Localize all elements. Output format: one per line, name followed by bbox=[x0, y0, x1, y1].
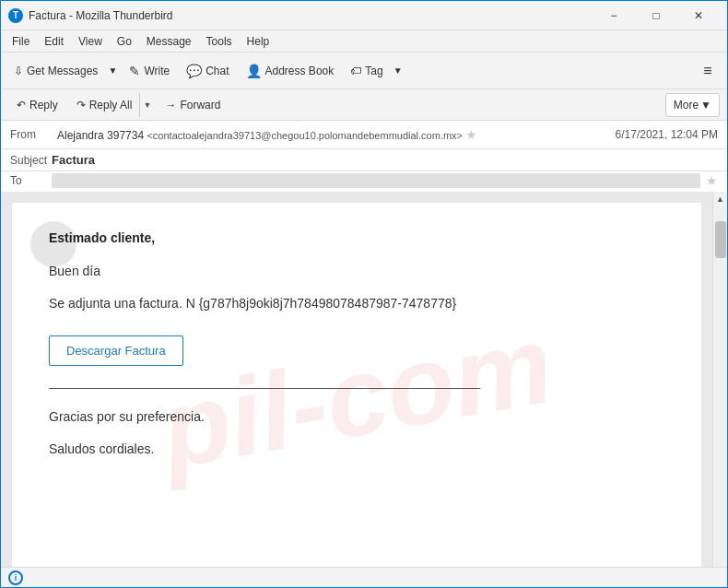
maximize-button[interactable]: □ bbox=[635, 1, 677, 30]
get-messages-arrow[interactable]: ▼ bbox=[105, 57, 120, 85]
subject-label: Subject bbox=[10, 154, 52, 167]
menu-view[interactable]: View bbox=[71, 33, 110, 50]
chat-icon: 💬 bbox=[186, 64, 202, 78]
email-line1: Buen día bbox=[49, 262, 664, 281]
email-card: pil-com Estimado cliente, Buen día Se ad… bbox=[12, 203, 701, 567]
write-button[interactable]: ✎ Write bbox=[122, 57, 177, 85]
email-divider bbox=[49, 388, 480, 389]
to-star-icon[interactable]: ★ bbox=[706, 173, 718, 188]
closing-line1: Gracias por su preferencia. bbox=[49, 407, 664, 427]
email-date: 6/17/2021, 12:04 PM bbox=[616, 128, 718, 141]
email-line2: Se adjunta una factura. N {g787h8j9oki8j… bbox=[49, 294, 664, 313]
forward-button[interactable]: → Forward bbox=[157, 93, 229, 117]
email-action-bar: ↶ Reply ↷ Reply All ▼ → Forward More ▼ bbox=[1, 89, 727, 121]
to-value bbox=[52, 173, 700, 188]
get-messages-button[interactable]: ⇩ Get Messages bbox=[6, 57, 105, 85]
title-bar: T Factura - Mozilla Thunderbird − □ ✕ bbox=[1, 1, 727, 30]
tag-label: Tag bbox=[365, 65, 382, 77]
sender-star-icon[interactable]: ★ bbox=[465, 127, 477, 142]
from-value: Alejandra 397734 <contactoalejandra39713… bbox=[57, 127, 610, 142]
app-icon: T bbox=[8, 8, 23, 23]
address-book-button[interactable]: 👤 Address Book bbox=[239, 57, 342, 85]
email-body-scroll[interactable]: pil-com Estimado cliente, Buen día Se ad… bbox=[1, 192, 712, 567]
tag-arrow[interactable]: ▼ bbox=[391, 57, 405, 85]
status-bar: i bbox=[1, 567, 727, 587]
main-toolbar: ⇩ Get Messages ▼ ✎ Write 💬 Chat 👤 Addres… bbox=[1, 53, 727, 89]
get-messages-split: ⇩ Get Messages ▼ bbox=[6, 57, 120, 85]
window-title: Factura - Mozilla Thunderbird bbox=[29, 9, 593, 22]
reply-all-label: Reply All bbox=[89, 99, 133, 112]
chat-button[interactable]: 💬 Chat bbox=[179, 57, 236, 85]
from-row: From Alejandra 397734 <contactoalejandra… bbox=[10, 124, 718, 145]
chat-label: Chat bbox=[205, 65, 229, 77]
address-book-label: Address Book bbox=[265, 65, 335, 77]
forward-icon: → bbox=[165, 99, 176, 112]
menu-edit[interactable]: Edit bbox=[37, 33, 71, 50]
close-button[interactable]: ✕ bbox=[677, 1, 720, 30]
get-messages-icon: ⇩ bbox=[14, 65, 23, 77]
tag-button[interactable]: 🏷 Tag bbox=[343, 57, 390, 85]
scroll-up-arrow[interactable]: ▲ bbox=[713, 192, 728, 206]
reply-icon: ↶ bbox=[17, 99, 26, 112]
tag-split: 🏷 Tag ▼ bbox=[343, 57, 405, 85]
menu-help[interactable]: Help bbox=[240, 33, 277, 50]
reply-all-icon: ↷ bbox=[76, 99, 86, 112]
sender-name: Alejandra 397734 bbox=[57, 129, 144, 142]
reply-all-split: ↷ Reply All ▼ bbox=[68, 92, 156, 118]
email-from-header: From Alejandra 397734 <contactoalejandra… bbox=[1, 121, 727, 149]
reply-all-arrow[interactable]: ▼ bbox=[139, 93, 154, 117]
status-icon: i bbox=[8, 570, 23, 585]
get-messages-label: Get Messages bbox=[27, 65, 98, 77]
subject-row: Subject Factura bbox=[1, 149, 727, 171]
more-label: More bbox=[674, 99, 699, 112]
email-content-area: pil-com Estimado cliente, Buen día Se ad… bbox=[1, 192, 727, 567]
menu-message[interactable]: Message bbox=[139, 33, 199, 50]
download-factura-button[interactable]: Descargar Factura bbox=[49, 335, 183, 366]
menu-bar: File Edit View Go Message Tools Help bbox=[1, 30, 727, 53]
hamburger-icon: ≡ bbox=[703, 63, 711, 79]
write-icon: ✎ bbox=[129, 64, 140, 78]
reply-all-button[interactable]: ↷ Reply All bbox=[69, 93, 140, 117]
reply-label: Reply bbox=[29, 99, 58, 112]
menu-go[interactable]: Go bbox=[110, 33, 139, 50]
tag-icon: 🏷 bbox=[350, 65, 361, 77]
scroll-thumb[interactable] bbox=[715, 221, 726, 258]
window-controls: − □ ✕ bbox=[593, 1, 720, 30]
menu-tools[interactable]: Tools bbox=[199, 33, 240, 50]
write-label: Write bbox=[144, 65, 170, 77]
email-greeting: Estimado cliente, bbox=[49, 230, 664, 245]
menu-file[interactable]: File bbox=[5, 33, 37, 50]
subject-value: Factura bbox=[52, 153, 718, 167]
more-arrow-icon: ▼ bbox=[700, 99, 711, 112]
sender-email: <contactoalejandra39713@chegou10.poloman… bbox=[147, 130, 463, 141]
hamburger-menu-button[interactable]: ≡ bbox=[694, 57, 722, 85]
closing-line2: Saludos cordiales. bbox=[49, 440, 664, 459]
minimize-button[interactable]: − bbox=[593, 1, 635, 30]
main-window: T Factura - Mozilla Thunderbird − □ ✕ Fi… bbox=[0, 0, 728, 588]
address-book-icon: 👤 bbox=[246, 64, 262, 78]
forward-label: Forward bbox=[180, 99, 220, 112]
more-button[interactable]: More ▼ bbox=[665, 93, 720, 117]
reply-button[interactable]: ↶ Reply bbox=[8, 93, 66, 117]
from-label: From bbox=[10, 128, 52, 141]
email-main-content: Estimado cliente, Buen día Se adjunta un… bbox=[49, 230, 664, 459]
vertical-scrollbar[interactable]: ▲ bbox=[712, 192, 727, 567]
to-label: To bbox=[10, 174, 52, 187]
to-row: To ★ bbox=[1, 171, 727, 192]
